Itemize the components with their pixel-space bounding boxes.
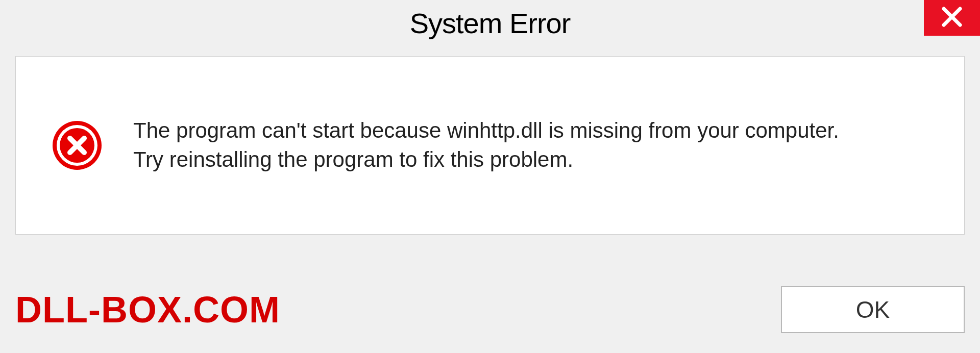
close-icon <box>941 6 963 30</box>
error-icon <box>52 120 103 171</box>
dialog-content: The program can't start because winhttp.… <box>15 56 965 235</box>
dialog-message: The program can't start because winhttp.… <box>133 116 928 174</box>
close-button[interactable] <box>924 0 980 36</box>
dialog-bottom-bar: DLL-BOX.COM OK <box>15 276 965 343</box>
ok-button[interactable]: OK <box>781 286 965 333</box>
dialog-titlebar: System Error <box>0 0 980 46</box>
watermark-text: DLL-BOX.COM <box>15 289 280 331</box>
dialog-title: System Error <box>410 7 571 40</box>
message-line-1: The program can't start because winhttp.… <box>133 116 928 145</box>
message-line-2: Try reinstalling the program to fix this… <box>133 145 928 174</box>
